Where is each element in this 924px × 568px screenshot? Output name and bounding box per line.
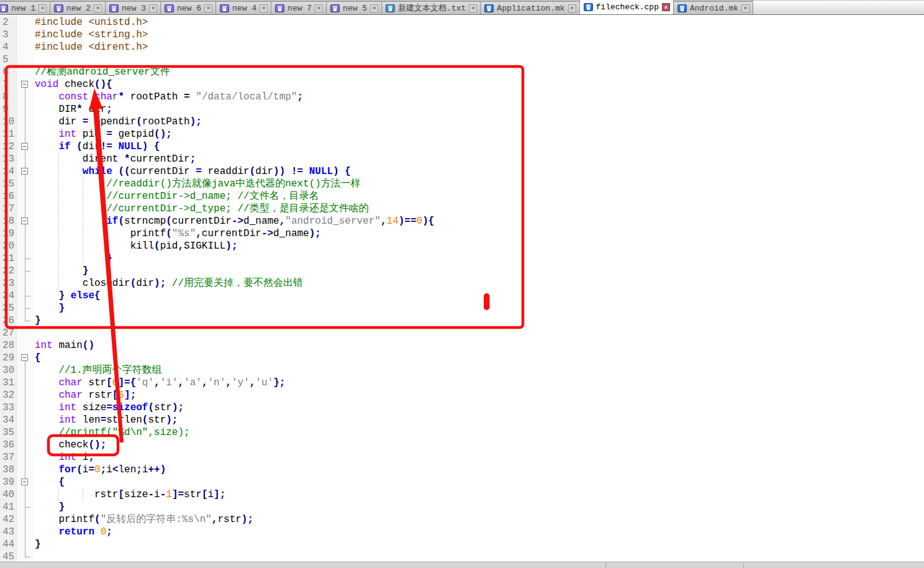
close-icon[interactable]: × <box>741 4 750 12</box>
line-number[interactable]: 37 <box>0 451 17 464</box>
code-text[interactable]: printf("%s",currentDir->d_name); <box>34 227 924 240</box>
code-text[interactable]: #include <string.h> <box>34 29 924 41</box>
line-number[interactable]: 27 <box>0 327 17 339</box>
code-text[interactable] <box>34 53 924 66</box>
code-text[interactable]: closedir(dir); //用完要关掉，要不然会出错 <box>34 277 924 290</box>
code-text[interactable]: { <box>34 352 924 364</box>
line-number[interactable]: 45 <box>0 551 17 562</box>
code-text[interactable]: int main() <box>34 339 924 352</box>
line-number[interactable]: 16 <box>0 190 17 203</box>
code-text[interactable]: dir = opendir(rootPath); <box>34 116 924 128</box>
line-number[interactable]: 42 <box>0 513 17 526</box>
code-text[interactable]: DIR* dir; <box>34 103 924 116</box>
close-icon[interactable]: × <box>315 4 323 12</box>
close-icon[interactable]: × <box>204 4 212 12</box>
line-number[interactable]: 3 <box>0 29 17 41</box>
code-text[interactable]: dirent *currentDir; <box>34 153 924 165</box>
code-text[interactable]: int i; <box>34 451 924 464</box>
code-text[interactable]: const char* rootPath = "/data/local/tmp"… <box>34 91 924 103</box>
code-text[interactable]: if (dir!= NULL) { <box>34 140 924 153</box>
line-number[interactable]: 40 <box>0 488 17 501</box>
code-text[interactable]: //检测android_server文件 <box>34 66 924 78</box>
code-text[interactable]: } <box>34 265 924 277</box>
line-number[interactable]: 28 <box>0 339 17 352</box>
code-text[interactable]: kill(pid,SIGKILL); <box>34 240 924 252</box>
line-number[interactable]: 14 <box>0 165 17 178</box>
line-number[interactable]: 41 <box>0 501 17 513</box>
code-text[interactable]: //currentDir->d_name; //文件名，目录名 <box>34 190 924 203</box>
line-number[interactable]: 30 <box>0 364 17 377</box>
line-number[interactable]: 29 <box>0 352 17 364</box>
fold-toggle[interactable] <box>21 479 28 485</box>
close-icon[interactable]: × <box>469 4 477 12</box>
line-number[interactable]: 39 <box>0 476 17 488</box>
code-text[interactable]: return 0; <box>34 526 924 538</box>
tab[interactable]: new 1× <box>0 1 50 14</box>
code-text[interactable]: //readdir()方法就像java中迭代器的next()方法一样 <box>34 178 924 190</box>
line-number[interactable]: 31 <box>0 377 17 389</box>
tab[interactable]: Android.mk× <box>673 1 753 14</box>
close-icon[interactable]: × <box>260 4 268 12</box>
tab[interactable]: new 2× <box>50 1 106 14</box>
fold-toggle[interactable] <box>21 218 28 224</box>
line-number[interactable]: 32 <box>0 389 17 401</box>
tab[interactable]: 新建文本文档.txt× <box>381 1 481 14</box>
line-number[interactable]: 12 <box>0 140 17 153</box>
tab[interactable]: filecheck.cpp× <box>579 0 674 14</box>
code-text[interactable] <box>34 551 924 562</box>
tab[interactable]: Application.mk× <box>480 1 579 14</box>
line-number[interactable]: 18 <box>0 215 17 227</box>
close-icon[interactable]: × <box>662 3 670 11</box>
line-number[interactable]: 25 <box>0 302 17 314</box>
code-text[interactable]: int len=strlen(str); <box>34 414 924 426</box>
line-number[interactable]: 2 <box>0 16 17 29</box>
close-icon[interactable]: × <box>94 4 102 12</box>
code-text[interactable]: if(strncmp(currentDir->d_name,"android_s… <box>34 215 924 227</box>
code-text[interactable] <box>34 327 924 339</box>
line-number[interactable]: 33 <box>0 401 17 414</box>
code-text[interactable]: printf("反转后的字符串:%s\n",rstr); <box>34 513 924 526</box>
tab[interactable]: new 3× <box>105 1 161 14</box>
code-text[interactable]: } <box>34 252 924 265</box>
code-text[interactable]: for(i=0;i<len;i++) <box>34 464 924 476</box>
line-number[interactable]: 11 <box>0 128 17 140</box>
tab[interactable]: new 5× <box>326 1 382 14</box>
line-number[interactable]: 24 <box>0 290 17 302</box>
tab[interactable]: new 6× <box>160 1 216 14</box>
code-text[interactable]: } else{ <box>34 290 924 302</box>
line-number[interactable]: 38 <box>0 464 17 476</box>
editor[interactable]: 2#include <unistd.h>3#include <string.h>… <box>0 15 924 562</box>
line-number[interactable]: 5 <box>0 53 17 66</box>
line-number[interactable]: 13 <box>0 153 17 165</box>
line-number[interactable]: 17 <box>0 203 17 215</box>
close-icon[interactable]: × <box>149 4 157 12</box>
code-text[interactable]: void check(){ <box>34 78 924 91</box>
line-number[interactable]: 43 <box>0 526 17 538</box>
line-number[interactable]: 9 <box>0 103 17 116</box>
close-icon[interactable]: × <box>38 4 47 12</box>
tab[interactable]: new 4× <box>215 1 271 14</box>
line-number[interactable]: 8 <box>0 91 17 103</box>
fold-toggle[interactable] <box>21 81 28 88</box>
line-number[interactable]: 10 <box>0 116 17 128</box>
fold-toggle[interactable] <box>21 354 28 361</box>
line-number[interactable]: 22 <box>0 265 17 277</box>
line-number[interactable]: 15 <box>0 178 17 190</box>
close-icon[interactable]: × <box>568 4 576 12</box>
code-text[interactable]: { <box>34 476 924 488</box>
code-text[interactable]: } <box>34 538 924 551</box>
line-number[interactable]: 20 <box>0 240 17 252</box>
code-text[interactable]: //currentDir->d_type; //类型，是目录还是文件啥的 <box>34 203 924 215</box>
line-number[interactable]: 19 <box>0 227 17 240</box>
code-text[interactable]: #include <unistd.h> <box>34 16 924 29</box>
code-text[interactable]: while ((currentDir = readdir(dir)) != NU… <box>34 165 924 178</box>
code-text[interactable]: #include <dirent.h> <box>34 41 924 53</box>
line-number[interactable]: 34 <box>0 414 17 426</box>
line-number[interactable]: 26 <box>0 314 17 327</box>
line-number[interactable]: 6 <box>0 66 17 78</box>
tab[interactable]: new 7× <box>271 1 327 14</box>
line-number[interactable]: 21 <box>0 252 17 265</box>
fold-toggle[interactable] <box>21 143 28 150</box>
code-text[interactable]: check(); <box>34 439 924 451</box>
line-number[interactable]: 23 <box>0 277 17 290</box>
